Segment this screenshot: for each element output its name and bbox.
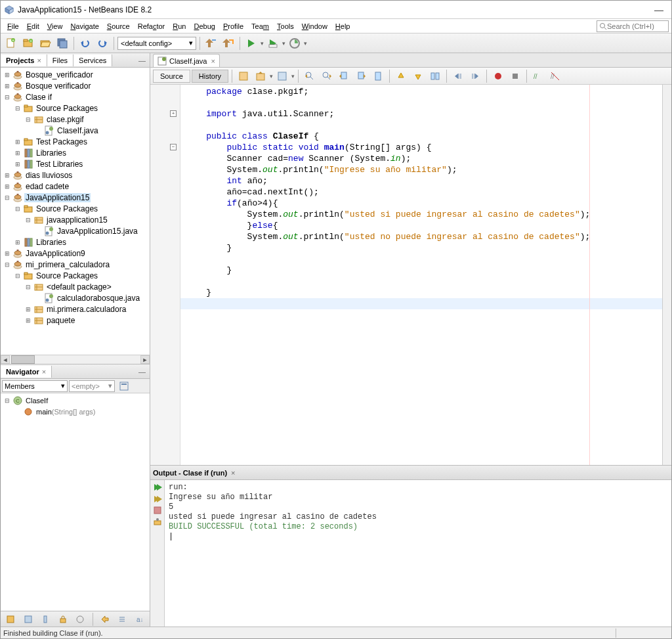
menu-window[interactable]: Window [298,21,331,32]
tree-node[interactable]: ⊞Bosque_verificador [1,69,150,80]
tree-node[interactable]: ⊟Source Packages [1,270,150,281]
search-input[interactable] [607,22,660,30]
nav-btn-4[interactable] [56,611,71,627]
tree-node[interactable]: ⊟mi_primera_calculadora [1,259,150,270]
tab-projects[interactable]: Projects× [1,55,47,66]
minimize-icon[interactable]: — [654,5,663,15]
tree-node[interactable]: ⊞edad cadete [1,181,150,192]
empty-combo[interactable]: <empty>▾ [69,380,115,392]
etb-icon-2[interactable] [253,68,268,84]
etb-comment-icon[interactable]: // [530,68,546,84]
nav-btn-3[interactable] [38,611,53,627]
tab-services[interactable]: Services [74,55,112,66]
nav-filter-icon[interactable] [116,378,132,394]
tree-node[interactable]: ⊟Source Packages [1,203,150,214]
etb-find-prev-icon[interactable] [302,68,318,84]
close-icon[interactable]: × [42,368,46,376]
etb-prev-mark-icon[interactable] [393,68,409,84]
menu-edit[interactable]: Edit [23,21,43,32]
menu-help[interactable]: Help [331,21,354,32]
menu-file[interactable]: File [3,21,23,32]
menu-view[interactable]: View [43,21,67,32]
nav-btn-5[interactable] [73,611,88,627]
menu-navigate[interactable]: Navigate [66,21,102,32]
profile-icon[interactable] [287,35,303,51]
tree-node[interactable]: ⊞Test Libraries [1,158,150,169]
nav-btn-1[interactable] [3,611,18,627]
nav-btn-6[interactable] [97,611,112,627]
undo-icon[interactable] [77,35,93,51]
menu-run[interactable]: Run [169,21,190,32]
tree-node[interactable]: ⊞Libraries [1,147,150,158]
config-combo[interactable]: <default config>▾ [117,37,196,50]
tree-node[interactable]: JavaApplication15.java [1,225,150,236]
etb-uncomment-icon[interactable]: // [547,68,563,84]
menu-profile[interactable]: Profile [219,21,247,32]
nav-node[interactable]: main(String[] args) [2,406,148,417]
etb-find-next-icon[interactable] [319,68,335,84]
quick-search[interactable] [597,20,669,32]
menu-debug[interactable]: Debug [190,21,219,32]
etb-bookmark-prev-icon[interactable] [336,68,352,84]
tab-navigator[interactable]: Navigator× [1,366,52,378]
tree-node[interactable]: ⊟<default package> [1,281,150,292]
open-project-icon[interactable] [37,35,53,51]
nav-btn-8[interactable]: a↓ [132,611,147,627]
output-text[interactable]: run:Ingrese su año militar5usted si pued… [165,480,671,627]
etb-toggle-bookmark-icon[interactable] [370,68,386,84]
close-icon[interactable]: × [211,57,215,65]
etb-macro-stop-icon[interactable] [507,68,523,84]
run-icon[interactable] [243,35,259,51]
etb-next-mark-icon[interactable] [410,68,426,84]
collapse-icon[interactable]: — [135,368,150,376]
rerun-ff-icon[interactable] [153,495,162,504]
tree-node[interactable]: ⊟clase.pkgif [1,114,150,125]
nav-btn-7[interactable] [115,611,130,627]
menu-source[interactable]: Source [103,21,134,32]
vertical-scrollbar[interactable] [662,85,671,465]
close-icon[interactable]: × [231,469,235,477]
tree-node[interactable]: ClaseIf.java [1,125,150,136]
source-view-tab[interactable]: Source [153,70,190,83]
etb-macro-rec-icon[interactable] [490,68,506,84]
etb-shift-left-icon[interactable] [450,68,466,84]
new-project-icon[interactable]: + [20,35,36,51]
etb-icon-1[interactable] [236,68,251,84]
tree-node[interactable]: ⊟JavaApplication15 [1,192,150,203]
tree-node[interactable]: ⊟Source Packages [1,102,150,114]
tree-node[interactable]: ⊞Test Packages [1,136,150,147]
debug-icon[interactable] [265,35,281,51]
etb-shift-right-icon[interactable] [467,68,483,84]
navigator-tree[interactable]: ⊟CClaseIfmain(String[] args) [1,393,150,611]
tree-node[interactable]: ⊞JavaApplication9 [1,248,150,259]
tree-node[interactable]: ⊟javaapplication15 [1,214,150,225]
members-combo[interactable]: Members▾ [2,380,68,392]
rerun-icon[interactable] [153,483,162,492]
tree-node[interactable]: ⊞paquete [1,315,150,326]
code-editor[interactable]: +− package clase.pkgif; import java.util… [150,85,671,465]
tree-node[interactable]: ⊞Bosque verificador [1,80,150,91]
history-view-tab[interactable]: History [192,70,228,83]
build-icon[interactable] [203,35,219,51]
horizontal-scrollbar[interactable]: ◄► [1,355,150,364]
redo-icon[interactable] [94,35,110,51]
tree-node[interactable]: ⊞Libraries [1,236,150,248]
tree-node[interactable]: ⊞dias lluviosos [1,169,150,181]
settings-icon[interactable] [153,517,162,526]
collapse-icon[interactable]: — [135,56,150,64]
etb-icon-3[interactable] [274,68,290,84]
stop-icon[interactable] [154,506,161,514]
menu-team[interactable]: Team [247,21,273,32]
tree-node[interactable]: ⊞mi.primera.calculadora [1,303,150,315]
menu-refactor[interactable]: Refactor [134,21,169,32]
projects-tree[interactable]: ⊞Bosque_verificador⊞Bosque verificador⊟C… [1,68,150,355]
tab-files[interactable]: Files [47,55,74,66]
clean-build-icon[interactable] [220,35,236,51]
etb-diff-icon[interactable] [427,68,443,84]
close-icon[interactable]: × [37,56,41,64]
new-file-icon[interactable]: + [3,35,19,51]
tree-node[interactable]: calculadorabosque.java [1,292,150,303]
etb-bookmark-next-icon[interactable] [353,68,369,84]
menu-tools[interactable]: Tools [273,21,298,32]
save-all-icon[interactable] [54,35,70,51]
